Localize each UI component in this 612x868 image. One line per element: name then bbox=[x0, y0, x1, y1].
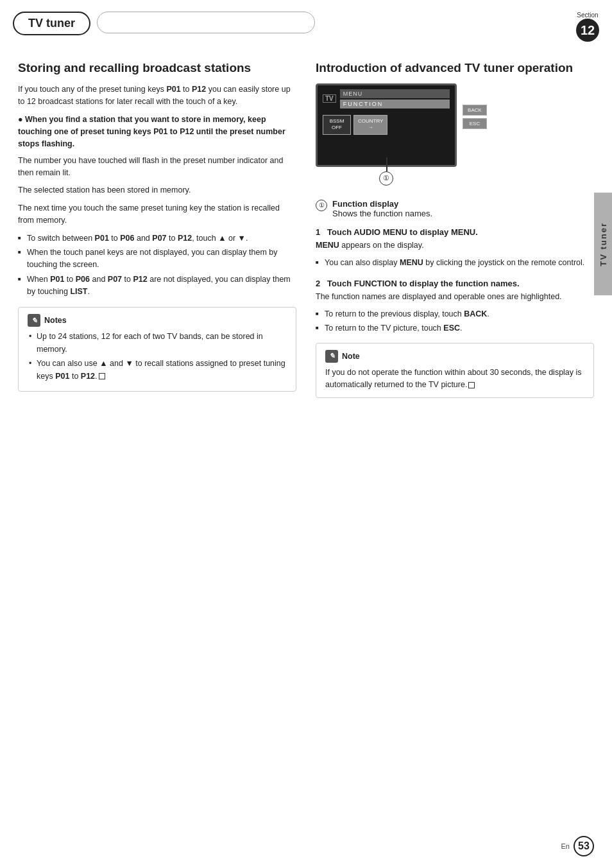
step1-p: MENU appears on the display. bbox=[316, 239, 594, 252]
section-label-box: Section 12 bbox=[576, 12, 599, 42]
square-end-icon bbox=[99, 373, 105, 379]
right-note-icon: ✎ bbox=[325, 350, 338, 363]
right-note-body: If you do not operate the function withi… bbox=[325, 367, 584, 392]
screen-inner: TV MENU FUNCTION BSSM OFF COUNTRY bbox=[318, 85, 455, 165]
step1-heading: 1 Touch AUDIO MENU to display MENU. bbox=[316, 227, 594, 237]
screen-buttons-row: BSSM OFF COUNTRY → bbox=[323, 115, 450, 135]
right-sidebar: TV tuner bbox=[594, 193, 612, 295]
step2-bullet1: To return to the previous display, touch… bbox=[316, 308, 594, 320]
right-note-box: ✎ Note If you do not operate the functio… bbox=[316, 343, 594, 399]
function-display-section: ① Function display Shows the function na… bbox=[316, 199, 594, 218]
circled-1: ① bbox=[316, 200, 327, 211]
header-middle-box bbox=[97, 12, 315, 33]
tv-tuner-badge: TV tuner bbox=[13, 12, 90, 35]
switch-bullet: To switch between P01 to P06 and P07 to … bbox=[18, 232, 296, 245]
screen-container: TV MENU FUNCTION BSSM OFF COUNTRY bbox=[316, 83, 594, 167]
en-label: En bbox=[561, 842, 570, 850]
note-item-1: Up to 24 stations, 12 for each of two TV… bbox=[28, 331, 287, 356]
note-item-2: You can also use ▲ and ▼ to recall stati… bbox=[28, 358, 287, 383]
bullet-body-p2: The selected station has been stored in … bbox=[18, 184, 296, 196]
annotation-circle: ① bbox=[379, 171, 393, 186]
tv-indicator: TV bbox=[323, 94, 336, 103]
main-content: Storing and recalling broadcast stations… bbox=[0, 42, 612, 416]
page-footer: En 53 bbox=[561, 836, 594, 856]
screen-btn-country: COUNTRY → bbox=[353, 115, 387, 135]
right-column: Introduction of advanced TV tuner operat… bbox=[316, 61, 594, 403]
square-end-icon-right bbox=[468, 382, 475, 388]
bullet-body-p1: The number you have touched will flash i… bbox=[18, 155, 296, 180]
right-note-title: ✎ Note bbox=[325, 350, 584, 363]
page-header: TV tuner Section 12 bbox=[0, 0, 612, 42]
step2-p: The function names are displayed and ope… bbox=[316, 291, 594, 303]
esc-btn: ESC bbox=[463, 118, 487, 129]
notes-icon: ✎ bbox=[28, 314, 40, 327]
back-btn: BACK bbox=[463, 105, 487, 116]
function-display-title: Function display bbox=[332, 199, 398, 209]
step1-bullet: You can also display MENU by clicking th… bbox=[316, 257, 594, 269]
left-column: Storing and recalling broadcast stations… bbox=[18, 61, 296, 403]
screen-top-bar: TV MENU FUNCTION bbox=[323, 89, 450, 108]
function-bar: FUNCTION bbox=[340, 100, 450, 108]
section-text: Section bbox=[577, 12, 598, 19]
step2-heading: 2 Touch FUNCTION to display the function… bbox=[316, 279, 594, 288]
right-section-title: Introduction of advanced TV tuner operat… bbox=[316, 61, 594, 76]
bullet-heading: When you find a station that you want to… bbox=[18, 114, 296, 151]
step2-bullet2: To return to the TV picture, touch ESC. bbox=[316, 322, 594, 334]
page-number-badge: 53 bbox=[574, 836, 594, 856]
notes-box: ✎ Notes Up to 24 stations, 12 for each o… bbox=[18, 307, 296, 392]
p01-bullet: When P01 to P06 and P07 to P12 are not d… bbox=[18, 273, 296, 299]
bullet-body-p3: The next time you touch the same preset … bbox=[18, 202, 296, 227]
function-display-desc: Shows the function names. bbox=[332, 209, 432, 218]
annotation-line bbox=[386, 157, 387, 171]
touch-panel-bullet: When the touch panel keys are not displa… bbox=[18, 247, 296, 272]
screen-right-buttons: BACK ESC bbox=[463, 105, 487, 129]
tv-tuner-badge-container: TV tuner bbox=[13, 12, 90, 35]
notes-title: ✎ Notes bbox=[28, 314, 287, 327]
section-number-badge: 12 bbox=[576, 19, 599, 42]
intro-paragraph: If you touch any of the preset tuning ke… bbox=[18, 83, 296, 108]
sidebar-label: TV tuner bbox=[599, 222, 608, 266]
screen-btn-bssm: BSSM OFF bbox=[323, 115, 351, 135]
left-section-title: Storing and recalling broadcast stations bbox=[18, 61, 296, 76]
function-display-text: Function display Shows the function name… bbox=[332, 199, 432, 218]
menu-bar: MENU bbox=[340, 89, 450, 98]
device-screen: TV MENU FUNCTION BSSM OFF COUNTRY bbox=[316, 83, 457, 167]
